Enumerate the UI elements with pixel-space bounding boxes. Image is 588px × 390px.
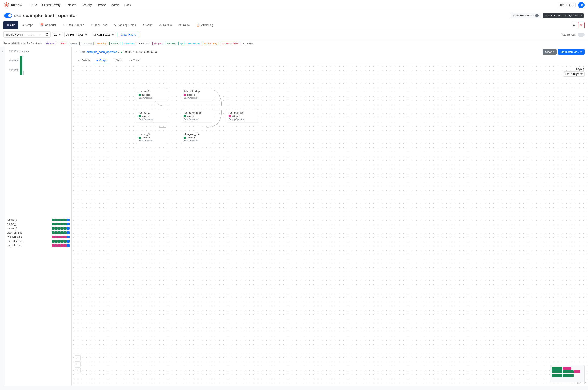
chart-bars xyxy=(20,54,24,75)
mark-state-dropdown-icon: ▾ xyxy=(581,50,582,53)
status-pill-restarting[interactable]: restarting xyxy=(95,42,108,45)
inner-tab-gantt[interactable]: ≡ Gantt xyxy=(110,57,125,64)
node-runme-1[interactable]: runme_1 success BashOperator xyxy=(136,109,168,122)
zoom-out-button[interactable]: − xyxy=(75,361,81,367)
node-runme-2[interactable]: runme_2 success BashOperator xyxy=(136,88,168,101)
inner-tab-graph[interactable]: ◈ Graph xyxy=(93,57,110,64)
task-row[interactable]: runme_1 xyxy=(5,222,71,226)
tab-audit-log[interactable]: 📋 Audit Log xyxy=(193,21,216,29)
status-pill-queued[interactable]: queued xyxy=(68,42,80,45)
tab-task-duration[interactable]: ⏱ Task Duration xyxy=(60,21,87,29)
info-icon[interactable]: i xyxy=(535,14,539,17)
node-also-run-this[interactable]: also_run_this success BashOperator xyxy=(181,131,213,144)
sq xyxy=(52,227,55,230)
run-states-select[interactable]: All Run States xyxy=(91,32,116,38)
tab-grid[interactable]: ⊞ Grid xyxy=(3,21,18,29)
status-dot-skipped xyxy=(184,94,186,96)
status-pill-deferred[interactable]: deferred xyxy=(45,42,57,45)
date-filter-input[interactable] xyxy=(3,32,51,38)
minimap-block xyxy=(574,370,581,373)
nav-time[interactable]: 07:16 UTC xyxy=(558,2,576,7)
task-row[interactable]: run_this_last xyxy=(5,243,71,248)
status-pill-no-status[interactable]: no_status xyxy=(241,42,255,45)
tab-task-tries[interactable]: ↩ Task Tries xyxy=(88,21,110,29)
layout-select[interactable]: Left -> Right xyxy=(563,71,585,77)
sq xyxy=(64,227,67,230)
task-squares-run-this-last xyxy=(52,244,70,247)
task-row[interactable]: run_after_loop xyxy=(5,239,71,243)
node-run-after-loop[interactable]: run_after_loop success BashOperator xyxy=(181,109,213,122)
sq xyxy=(67,227,70,230)
nav-admin[interactable]: Admin xyxy=(109,2,121,7)
tab-gantt[interactable]: ≡ Gantt xyxy=(140,21,155,29)
status-pill-scheduled[interactable]: scheduled xyxy=(122,42,136,45)
layout-control: Layout: Left -> Right xyxy=(563,68,585,77)
inner-tab-code[interactable]: <> Code xyxy=(125,57,142,64)
shortcut-hint: Press shift + / for Shortcuts xyxy=(3,42,42,45)
brand: Airflow xyxy=(3,2,22,8)
nav-avatar[interactable]: FB xyxy=(578,2,585,8)
tab-details[interactable]: ⚠ Details xyxy=(156,21,175,29)
run-types-select[interactable]: All Run Types xyxy=(64,32,89,38)
node-this-will-skip[interactable]: this_will_skip skipped BashOperator xyxy=(181,88,213,101)
node-run-after-loop-operator: BashOperator xyxy=(184,118,210,121)
status-pill-up-for-reschedule[interactable]: up_for_reschedule xyxy=(178,42,201,45)
sq xyxy=(55,227,58,230)
node-run-this-last[interactable]: run_this_last skipped EmptyOperator xyxy=(226,109,258,122)
inner-tab-details[interactable]: ⚠ Details xyxy=(75,57,93,64)
nav-docs[interactable]: Docs xyxy=(122,2,133,7)
nav-security[interactable]: Security xyxy=(79,2,94,7)
status-pill-shutdown[interactable]: shutdown xyxy=(138,42,151,45)
status-pill-success[interactable]: success xyxy=(165,42,177,45)
minimap-block xyxy=(563,370,574,373)
dag-toggle[interactable] xyxy=(4,13,12,18)
nav-browse[interactable]: Browse xyxy=(95,2,108,7)
task-name-this-will-skip: this_will_skip xyxy=(7,236,52,239)
chart-bar-main xyxy=(20,56,22,75)
tab-grid-label: Grid xyxy=(10,23,15,27)
task-row[interactable]: runme_2 xyxy=(5,226,71,231)
inner-tab-gantt-label: Gantt xyxy=(116,59,122,62)
status-pill-skipped[interactable]: skipped xyxy=(152,42,164,45)
auto-refresh-toggle[interactable] xyxy=(578,33,585,37)
react-flow-label: React Flow xyxy=(576,382,586,384)
status-pill-running[interactable]: running xyxy=(110,42,121,45)
sq xyxy=(67,219,70,221)
fullscreen-button[interactable]: ⛶ xyxy=(75,367,81,373)
right-panel-header: » DAG example_bash_operator / ▶ 2023-07-… xyxy=(72,47,588,57)
status-pill-upstream-failed[interactable]: upstream_failed xyxy=(220,42,240,45)
minimap xyxy=(550,365,585,382)
tab-code[interactable]: <> Code xyxy=(176,21,193,29)
node-runme-0[interactable]: runme_0 success BashOperator xyxy=(136,131,168,144)
task-row[interactable]: also_run_this xyxy=(5,231,71,235)
run-dag-button[interactable]: ▶ xyxy=(571,22,577,28)
sq xyxy=(61,240,64,243)
sq xyxy=(61,244,64,247)
clear-button[interactable]: Clear ▾ xyxy=(543,49,557,54)
node-runme-2-operator: BashOperator xyxy=(139,97,165,99)
sq xyxy=(58,227,61,230)
task-row[interactable]: runme_0 xyxy=(5,218,71,222)
left-panel-collapse[interactable]: « xyxy=(0,47,5,386)
tab-task-duration-label: Task Duration xyxy=(67,23,84,27)
breadcrumb-dag-name[interactable]: example_bash_operator xyxy=(87,50,117,53)
mark-state-button[interactable]: Mark state as... ▾ xyxy=(558,49,585,54)
status-pill-up-for-retry[interactable]: up_for_retry xyxy=(203,42,219,45)
tab-graph[interactable]: ◈ Graph xyxy=(19,21,36,29)
sq xyxy=(67,231,70,234)
graph-canvas[interactable]: Layout: Left -> Right xyxy=(72,64,588,386)
sq xyxy=(58,240,61,243)
status-pill-failed[interactable]: failed xyxy=(58,42,67,45)
delete-dag-button[interactable]: 🗑 xyxy=(578,22,585,28)
clear-filters-button[interactable]: Clear Filters xyxy=(118,32,139,38)
nav-dags[interactable]: DAGs xyxy=(27,2,39,7)
tab-audit-log-label: Audit Log xyxy=(201,23,213,27)
nav-cluster-activity[interactable]: Cluster Activity xyxy=(40,2,62,7)
status-pill-removed[interactable]: removed xyxy=(81,42,94,45)
run-count-select[interactable]: 25 xyxy=(52,32,63,38)
tab-calendar[interactable]: 📅 Calendar xyxy=(37,21,59,29)
tab-landing-times[interactable]: ↘ Landing Times xyxy=(111,21,139,29)
task-row[interactable]: this_will_skip xyxy=(5,235,71,239)
nav-datasets[interactable]: Datasets xyxy=(63,2,79,7)
zoom-in-button[interactable]: + xyxy=(75,355,81,361)
